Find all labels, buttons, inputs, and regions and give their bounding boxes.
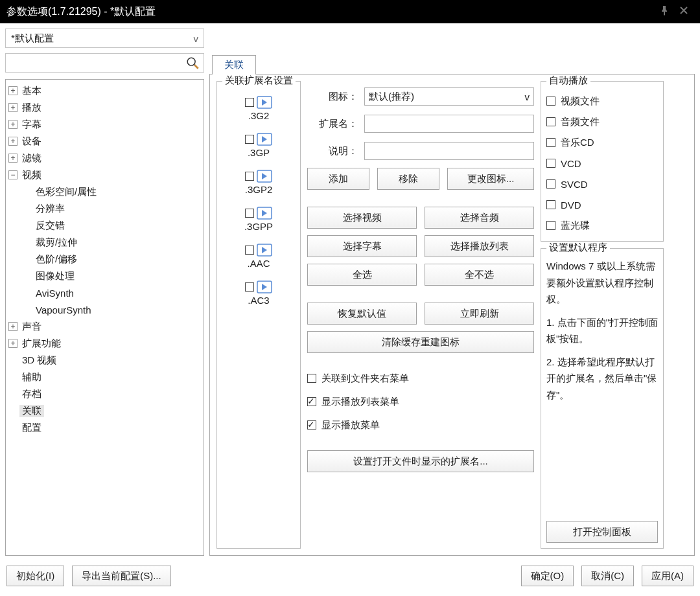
remove-button[interactable]: 移除 [377,168,439,190]
check-label: 音乐CD [561,137,594,149]
chevron-down-icon: v [525,91,530,102]
check-show-play-menu[interactable]: 显示播放菜单 [307,417,534,433]
ext-item[interactable]: .3G2 [245,96,272,121]
ext-label: .3GP [248,147,270,158]
tree-item[interactable]: 关联 [6,402,204,419]
extension-list[interactable]: .3G2.3GP.3GP2.3GPP.AAC.AC3 [222,91,295,543]
ext-item[interactable]: .AC3 [245,281,272,306]
tree-item[interactable]: 存档 [6,385,204,402]
search-input[interactable] [8,54,201,72]
tree-item[interactable]: 色阶/偏移 [24,251,204,268]
tab-association[interactable]: 关联 [212,55,256,74]
apply-button[interactable]: 应用(A) [642,566,694,586]
default-program-group: 设置默认程序 Windows 7 或以上系统需要额外设置默认程序控制权。 1. … [541,248,664,549]
tree-item[interactable]: +字幕 [6,116,204,133]
collapse-icon[interactable]: − [8,170,18,179]
tree-item-label: 配置 [19,422,44,434]
tree-item[interactable]: 配置 [6,419,204,436]
default-prog-text3: 2. 选择希望此程序默认打开的扩展名，然后单击"保存"。 [546,354,658,404]
checkbox-icon [546,97,555,106]
profile-select[interactable]: *默认配置 v [5,29,204,48]
export-button[interactable]: 导出当前配置(S)... [72,566,171,586]
search-icon[interactable] [185,56,200,70]
tree-item[interactable]: AviSynth [24,284,204,301]
tree-item[interactable]: 分辨率 [24,200,204,217]
close-icon[interactable] [674,5,694,19]
tree-item-label: 字幕 [19,119,44,131]
check-label: 音频文件 [561,116,600,128]
tree-item[interactable]: 3D 视频 [6,352,204,369]
select-all-button[interactable]: 全选 [307,264,417,286]
clear-cache-button[interactable]: 清除缓存重建图标 [307,331,534,353]
tree-item-label: 声音 [19,321,44,333]
cancel-button[interactable]: 取消(C) [581,566,634,586]
tree-spacer [8,372,18,382]
tree-item-label: 滤镜 [19,152,44,165]
select-video-button[interactable]: 选择视频 [307,207,417,229]
tree-item[interactable]: 反交错 [24,217,204,234]
pin-icon[interactable] [655,5,674,19]
refresh-button[interactable]: 立即刷新 [425,303,534,325]
category-tree[interactable]: +基本+播放+字幕+设备+滤镜−视频色彩空间/属性分辨率反交错裁剪/拉伸色阶/偏… [6,82,204,436]
add-button[interactable]: 添加 [307,168,369,190]
expand-icon[interactable]: + [8,154,18,163]
tree-item[interactable]: +扩展功能 [6,335,204,352]
tree-item[interactable]: +播放 [6,99,204,116]
ext-item[interactable]: .3GP2 [245,170,273,195]
tree-item[interactable]: VapourSynth [24,301,204,318]
tree-item[interactable]: 裁剪/拉伸 [24,234,204,251]
ext-label: .3GPP [244,221,273,232]
ext-field[interactable] [364,115,534,133]
ok-button[interactable]: 确定(O) [521,566,574,586]
change-icon-button[interactable]: 更改图标... [447,168,534,190]
autoplay-check[interactable]: DVD [546,194,658,215]
select-audio-button[interactable]: 选择音频 [425,207,534,229]
expand-icon[interactable]: + [8,137,18,146]
tree-item[interactable]: +滤镜 [6,150,204,166]
tree-item[interactable]: +设备 [6,133,204,150]
tree-item[interactable]: 色彩空间/属性 [24,183,204,200]
tree-item[interactable]: −视频 [6,166,204,183]
check-assoc-context[interactable]: 关联到文件夹右菜单 [307,370,534,387]
autoplay-check[interactable]: 视频文件 [546,91,658,111]
autoplay-check[interactable]: 音频文件 [546,111,658,132]
check-show-playlist-menu[interactable]: 显示播放列表菜单 [307,393,534,410]
svg-marker-10 [262,247,267,253]
ext-item[interactable]: .3GP [245,133,272,158]
check-label: SVCD [561,179,588,190]
autoplay-group: 自动播放 视频文件音频文件音乐CDVCDSVCDDVD蓝光碟 [541,81,664,242]
select-none-button[interactable]: 全不选 [425,264,534,286]
select-subtitle-button[interactable]: 选择字幕 [307,235,417,257]
icon-select[interactable]: 默认(推荐) v [364,87,534,106]
ext-item[interactable]: .3GPP [244,207,273,232]
ext-item[interactable]: .AAC [245,244,272,269]
autoplay-check[interactable]: VCD [546,153,658,174]
expand-icon[interactable]: + [8,103,18,112]
expand-icon[interactable]: + [8,322,18,331]
autoplay-check[interactable]: 蓝光碟 [546,215,658,236]
expand-icon[interactable]: + [8,86,18,95]
set-open-ext-button[interactable]: 设置打开文件时显示的扩展名... [307,450,534,472]
tree-item[interactable]: +声音 [6,318,204,335]
desc-field[interactable] [364,142,534,160]
field-label-icon: 图标： [307,91,358,103]
tree-item[interactable]: 图像处理 [24,268,204,284]
select-playlist-button[interactable]: 选择播放列表 [425,235,534,257]
expand-icon[interactable]: + [8,339,18,348]
init-button[interactable]: 初始化(I) [6,566,64,586]
restore-defaults-button[interactable]: 恢复默认值 [307,303,417,325]
ext-label: .AC3 [248,295,269,306]
tree-item-label: 裁剪/拉伸 [33,236,80,249]
expand-icon[interactable]: + [8,120,18,129]
autoplay-check[interactable]: SVCD [546,174,658,194]
checkbox-icon [245,282,254,292]
checkbox-icon [546,179,555,189]
tree-item[interactable]: 辅助 [6,369,204,385]
tree-item-label: 扩展功能 [19,338,64,350]
default-prog-text1: Windows 7 或以上系统需要额外设置默认程序控制权。 [546,258,658,308]
checkbox-icon [546,117,555,126]
autoplay-check[interactable]: 音乐CD [546,132,658,153]
title-bar: 参数选项(1.7.21295) - *默认配置 [0,0,700,23]
open-control-panel-button[interactable]: 打开控制面板 [546,521,658,543]
tree-item[interactable]: +基本 [6,82,204,99]
